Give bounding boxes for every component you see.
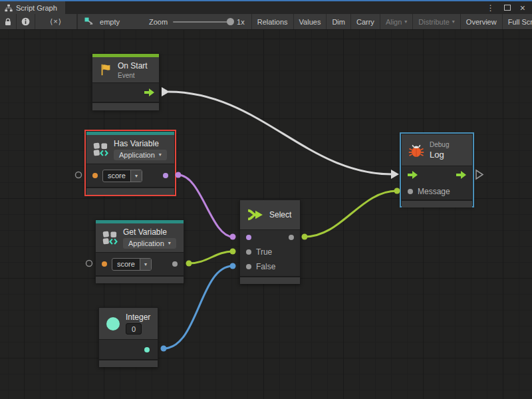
zoom-level: 1x xyxy=(237,18,245,26)
false-port-label: False xyxy=(256,262,275,271)
variable-name-select[interactable]: score ▾ xyxy=(112,258,152,271)
wire-onstart-to-log[interactable] xyxy=(168,92,392,174)
graph-hierarchy-icon xyxy=(5,4,13,12)
node-on-start[interactable]: On Start Event xyxy=(92,53,160,110)
variable-scope-dropdown[interactable]: Application ▾ xyxy=(123,238,176,249)
variable-scope-dropdown[interactable]: Application ▾ xyxy=(114,150,167,160)
bool-output-port[interactable] xyxy=(163,173,168,178)
node-footer xyxy=(99,360,158,367)
tab-script-graph[interactable]: Script Graph xyxy=(0,1,65,14)
wire-getvariable-to-select[interactable] xyxy=(189,251,233,263)
wire-select-to-log[interactable] xyxy=(305,191,397,237)
node-select[interactable]: Select True False xyxy=(239,200,301,284)
flow-output-port[interactable] xyxy=(456,171,466,179)
distribute-dropdown[interactable]: Distribute▾ xyxy=(413,14,460,29)
tab-bar: Script Graph ⋮ × xyxy=(0,1,532,14)
code-toggle-icon: ⟨×⟩ xyxy=(41,17,71,26)
node-footer xyxy=(92,103,159,110)
script-graph-window: Script Graph ⋮ × ⟨×⟩ xyxy=(0,0,532,399)
chevron-down-icon: ▾ xyxy=(130,170,142,182)
message-input-port[interactable] xyxy=(408,189,413,194)
node-has-variable[interactable]: Has Variable Application ▾ score ▾ xyxy=(86,131,175,195)
relations-button[interactable]: Relations xyxy=(252,14,294,29)
breadcrumb-label[interactable]: empty xyxy=(100,18,120,26)
menu-kebab-icon[interactable]: ⋮ xyxy=(487,4,495,12)
window-controls: ⋮ × xyxy=(487,1,532,14)
graph-pointer-icon xyxy=(84,17,94,26)
integer-value-field[interactable]: 0 xyxy=(126,323,142,334)
chevron-down-icon: ▾ xyxy=(140,259,151,270)
graph-canvas[interactable]: On Start Event xyxy=(0,30,532,399)
flow-arrowhead-end xyxy=(391,170,399,179)
true-port-label: True xyxy=(256,247,272,257)
node-title: Get Variable xyxy=(123,227,176,237)
flow-output-port[interactable] xyxy=(144,88,154,96)
node-kicker: Debug xyxy=(430,141,449,148)
value-output-port[interactable] xyxy=(172,261,178,267)
flow-arrowhead-start xyxy=(162,87,170,96)
selection-output-port[interactable] xyxy=(289,235,294,240)
values-button[interactable]: Values xyxy=(294,14,327,29)
node-title: Select xyxy=(269,210,291,219)
dim-button[interactable]: Dim xyxy=(327,14,351,29)
select-merge-icon xyxy=(247,208,264,221)
node-title: Has Variable xyxy=(114,139,167,148)
zoom-slider[interactable] xyxy=(173,21,231,23)
bug-icon xyxy=(408,142,424,158)
node-footer xyxy=(240,277,300,284)
node-title: On Start xyxy=(118,61,148,70)
unconnected-port-ring[interactable] xyxy=(76,172,82,178)
overview-button[interactable]: Overview xyxy=(461,14,503,29)
fullscreen-button[interactable]: Full Screen xyxy=(503,14,532,29)
close-icon[interactable]: × xyxy=(520,3,525,13)
flag-icon xyxy=(99,63,112,76)
zoom-label: Zoom xyxy=(149,18,168,26)
node-footer xyxy=(86,188,174,195)
flow-input-port[interactable] xyxy=(408,171,418,179)
node-debug-log[interactable]: Debug Log Message xyxy=(401,134,473,206)
true-input-port[interactable] xyxy=(246,249,251,255)
integer-icon xyxy=(106,317,120,331)
chevron-down-icon: ▾ xyxy=(404,19,407,25)
lock-button[interactable] xyxy=(0,14,17,29)
chevron-down-icon: ▾ xyxy=(168,240,171,246)
name-input-port[interactable] xyxy=(102,261,107,267)
tab-title: Script Graph xyxy=(16,4,57,12)
message-port-label: Message xyxy=(418,187,450,196)
info-icon xyxy=(21,17,30,26)
align-dropdown[interactable]: Align▾ xyxy=(380,14,413,29)
graph-toolbar: ⟨×⟩ empty Zoom 1x Relations Values Dim C… xyxy=(0,14,532,30)
zoom-slider-handle[interactable] xyxy=(227,18,234,25)
int-output-port[interactable] xyxy=(144,347,150,352)
node-footer xyxy=(96,277,184,283)
node-footer xyxy=(402,201,472,207)
lock-icon xyxy=(5,18,11,26)
wire-hasvariable-to-select[interactable] xyxy=(178,175,233,237)
unconnected-flow-triangle[interactable] xyxy=(476,170,483,179)
condition-input-port[interactable] xyxy=(246,235,251,240)
node-subtitle: Event xyxy=(118,72,148,79)
node-get-variable[interactable]: Get Variable Application ▾ score ▾ xyxy=(95,219,184,283)
carry-button[interactable]: Carry xyxy=(351,14,380,29)
breadcrumb-zoom-segment: empty Zoom 1x xyxy=(78,14,252,29)
false-input-port[interactable] xyxy=(246,264,251,269)
node-integer[interactable]: Integer 0 xyxy=(98,307,158,367)
inspect-button[interactable] xyxy=(17,14,35,29)
name-input-port[interactable] xyxy=(92,173,98,178)
unconnected-port-ring[interactable] xyxy=(86,261,92,267)
chevron-down-icon: ▾ xyxy=(452,19,455,25)
variables-icon xyxy=(102,231,118,245)
variable-name-select[interactable]: score ▾ xyxy=(102,170,142,182)
tabbar-spacer xyxy=(65,1,487,14)
variables-icon xyxy=(93,142,108,156)
node-title: Log xyxy=(430,150,449,160)
node-title: Integer xyxy=(126,313,150,322)
maximize-icon[interactable] xyxy=(504,5,511,11)
code-view-toggle[interactable]: ⟨×⟩ xyxy=(35,14,77,29)
chevron-down-icon: ▾ xyxy=(159,152,162,158)
